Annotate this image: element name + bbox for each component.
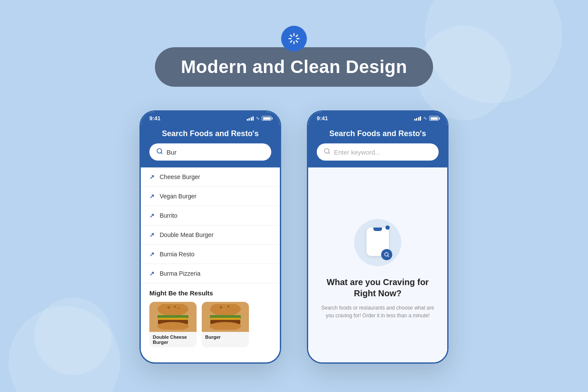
- suggestion-item-1[interactable]: ↗ Cheese Burger: [141, 167, 280, 187]
- status-bar-right: 9:41 ∿: [308, 112, 447, 124]
- burger-illustration-1: [154, 304, 192, 330]
- empty-state-title: What are you Craving for Right Now?: [317, 277, 439, 299]
- suggestion-text-3: Burrito: [160, 212, 177, 219]
- battery-icon-right: [429, 116, 439, 121]
- empty-state-description: Search foods or restaurants and choose w…: [317, 304, 439, 319]
- suggestion-item-3[interactable]: ↗ Burrito: [141, 206, 280, 225]
- svg-point-2: [158, 304, 188, 316]
- food-cards-list: Double Cheese Burger: [149, 302, 271, 347]
- suggestion-item-2[interactable]: ↗ Vegan Burger: [141, 187, 280, 206]
- battery-icon-left: [262, 116, 271, 121]
- status-icons-left: ∿: [247, 115, 272, 121]
- suggestion-item-6[interactable]: ↗ Burma Pizzeria: [141, 264, 280, 283]
- page-title: Modern and Clean Design: [181, 57, 407, 77]
- clipboard-clip: [373, 228, 382, 231]
- burger-illustration-2: [206, 304, 245, 330]
- signal-icon-left: [247, 116, 254, 121]
- svg-point-5: [178, 307, 179, 309]
- search-bar-left[interactable]: Bur: [149, 143, 271, 161]
- suggestions-list: ↗ Cheese Burger ↗ Vegan Burger ↗ Burrito…: [141, 167, 280, 352]
- svg-line-20: [388, 255, 389, 257]
- phone-header-left: Search Foods and Resto's Bur: [141, 124, 280, 167]
- search-placeholder-right[interactable]: Enter keyword...: [334, 149, 380, 156]
- food-image-2: [202, 302, 249, 332]
- food-card-2[interactable]: Burger: [202, 302, 249, 347]
- status-bar-left: 9:41 ∿: [141, 112, 280, 124]
- svg-point-12: [227, 306, 230, 308]
- blue-dot: [385, 225, 390, 230]
- food-name-2: Burger: [202, 332, 249, 342]
- header-icon-circle: [281, 26, 307, 52]
- phones-container: 9:41 ∿ Search Foods and Resto's: [0, 87, 588, 364]
- arrow-icon-2: ↗: [149, 193, 155, 200]
- wifi-icon-right: ∿: [423, 115, 427, 121]
- search-badge-icon: [381, 249, 392, 260]
- phone-header-right: Search Foods and Resto's Enter keyword..…: [308, 124, 447, 167]
- food-card-1[interactable]: Double Cheese Burger: [149, 302, 197, 347]
- svg-point-4: [174, 306, 176, 308]
- suggestion-text-4: Double Meat Burger: [160, 231, 213, 238]
- time-left: 9:41: [149, 115, 161, 122]
- suggestion-text-1: Cheese Burger: [160, 173, 200, 180]
- time-right: 9:41: [317, 115, 328, 122]
- sparkle-icon: [288, 33, 300, 45]
- search-value-left[interactable]: Bur: [167, 149, 176, 156]
- search-icon-right: [324, 148, 330, 156]
- arrow-icon-4: ↗: [149, 231, 155, 238]
- empty-state-illustration: [354, 219, 401, 266]
- signal-icon-right: [414, 116, 421, 121]
- phone-left: 9:41 ∿ Search Foods and Resto's: [139, 110, 281, 364]
- suggestion-text-6: Burma Pizzeria: [160, 270, 200, 277]
- svg-line-18: [328, 152, 330, 154]
- clipboard-visual: [365, 228, 391, 258]
- svg-point-10: [210, 304, 241, 316]
- suggestion-text-5: Burnia Resto: [160, 251, 194, 258]
- wifi-icon-left: ∿: [256, 115, 260, 121]
- header-pill: Modern and Clean Design: [155, 47, 433, 87]
- suggestion-item-5[interactable]: ↗ Burnia Resto: [141, 245, 280, 264]
- suggestion-text-2: Vegan Burger: [160, 193, 197, 200]
- arrow-icon-3: ↗: [149, 212, 155, 219]
- phone-title-left: Search Foods and Resto's: [149, 129, 271, 138]
- status-icons-right: ∿: [414, 115, 439, 121]
- arrow-icon-5: ↗: [149, 251, 155, 258]
- svg-line-1: [161, 152, 162, 154]
- might-be-section: Might Be the Results: [141, 283, 280, 352]
- phone-right: 9:41 ∿ Search Foods and Resto's: [307, 110, 449, 364]
- food-name-1: Double Cheese Burger: [149, 332, 197, 347]
- svg-point-11: [220, 306, 222, 309]
- suggestion-item-4[interactable]: ↗ Double Meat Burger: [141, 225, 280, 245]
- might-be-title: Might Be the Results: [149, 289, 271, 297]
- phone-title-right: Search Foods and Resto's: [317, 129, 439, 138]
- food-image-1: [149, 302, 197, 332]
- arrow-icon-6: ↗: [149, 270, 155, 277]
- header-section: Modern and Clean Design: [0, 0, 588, 87]
- search-icon-left: [156, 148, 163, 156]
- arrow-icon-1: ↗: [149, 173, 155, 180]
- svg-point-3: [167, 306, 170, 309]
- search-bar-right[interactable]: Enter keyword...: [317, 143, 439, 161]
- empty-state: What are you Craving for Right Now? Sear…: [308, 167, 447, 364]
